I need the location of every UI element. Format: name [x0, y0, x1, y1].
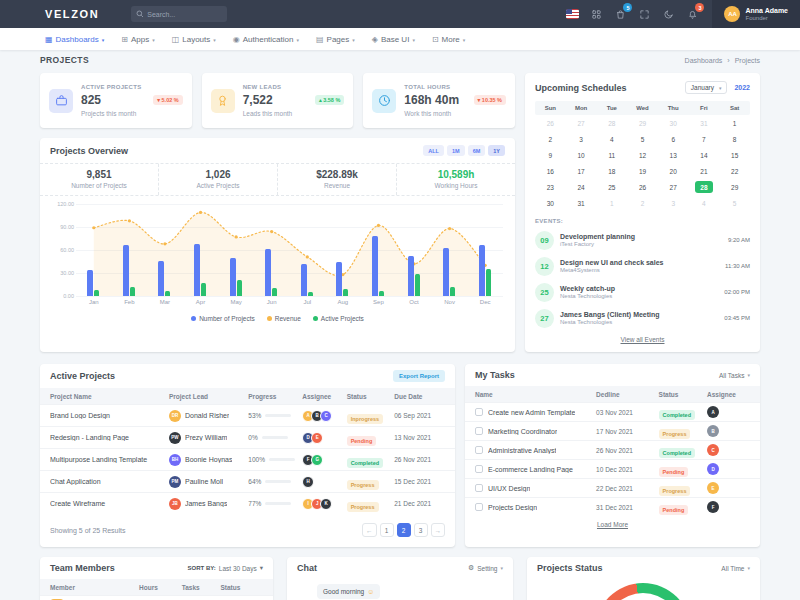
calendar-day-13[interactable]: 13	[658, 147, 689, 163]
bar-number-of-projects[interactable]	[87, 270, 93, 296]
calendar-day-6[interactable]: 6	[658, 131, 689, 147]
view-all-events-link[interactable]: View all Events	[535, 336, 750, 343]
bar-number-of-projects[interactable]	[194, 244, 200, 296]
calendar-day-12[interactable]: 12	[627, 147, 658, 163]
bar-number-of-projects[interactable]	[408, 256, 414, 296]
page-arrow-button[interactable]: →	[431, 523, 446, 537]
calendar-day-18[interactable]: 18	[596, 163, 627, 179]
task-row[interactable]: Marketing Coordinator17 Nov 2021Progress…	[465, 421, 760, 440]
bar-active-projects[interactable]	[379, 291, 384, 296]
bar-number-of-projects[interactable]	[301, 264, 307, 296]
calendar-day-4[interactable]: 4	[596, 131, 627, 147]
calendar-day-16[interactable]: 16	[535, 163, 566, 179]
calendar-day-3[interactable]: 3	[658, 195, 689, 211]
table-row[interactable]: Redesign - Landing PagePWPrezy William0%…	[40, 426, 455, 448]
task-row[interactable]: Administrative Analyst26 Nov 2021Complet…	[465, 440, 760, 459]
calendar-day-31[interactable]: 31	[689, 115, 720, 131]
bar-number-of-projects[interactable]	[158, 261, 164, 296]
event-item[interactable]: 12Design new UI and check salesMeta4Syst…	[535, 253, 750, 279]
nav-item-authentication[interactable]: ◉Authentication▾	[233, 35, 299, 44]
bar-number-of-projects[interactable]	[479, 245, 485, 296]
task-row[interactable]: UI/UX Design22 Dec 2021ProgressE	[465, 478, 760, 497]
event-item[interactable]: 25Weekly catch-upNesta Technologies02:00…	[535, 279, 750, 305]
team-member-row[interactable]: DR Donald Risher	[40, 595, 273, 600]
table-row[interactable]: Create WireframeJBJames Bangs77%IJKProgr…	[40, 492, 455, 514]
nav-item-pages[interactable]: ▤Pages▾	[316, 35, 355, 44]
load-more-link[interactable]: Load More	[465, 521, 760, 528]
sort-by-dropdown[interactable]: SORT BY: Last 30 Days ▾	[188, 564, 263, 572]
export-report-button[interactable]: Export Report	[393, 370, 445, 382]
apps-grid-icon[interactable]	[589, 7, 603, 21]
chat-setting-dropdown[interactable]: ⚙ Setting ▾	[468, 564, 503, 572]
bar-active-projects[interactable]	[415, 274, 420, 296]
calendar-day-31[interactable]: 31	[566, 195, 597, 211]
nav-item-layouts[interactable]: ◫Layouts▾	[172, 35, 216, 44]
calendar-day-27[interactable]: 27	[566, 115, 597, 131]
calendar-day-27[interactable]: 27	[658, 179, 689, 195]
calendar-day-4[interactable]: 4	[689, 195, 720, 211]
calendar-day-15[interactable]: 15	[719, 147, 750, 163]
table-row[interactable]: Chat ApplicationPMPauline Moll64%HProgre…	[40, 470, 455, 492]
month-select[interactable]: January ▾	[685, 81, 728, 94]
fullscreen-icon[interactable]	[637, 7, 651, 21]
bar-active-projects[interactable]	[201, 283, 206, 296]
page-button-1[interactable]: 1	[380, 523, 394, 537]
bar-number-of-projects[interactable]	[372, 236, 378, 296]
calendar-day-20[interactable]: 20	[658, 163, 689, 179]
calendar-day-2[interactable]: 2	[627, 195, 658, 211]
calendar-day-29[interactable]: 29	[719, 179, 750, 195]
calendar-day-17[interactable]: 17	[566, 163, 597, 179]
calendar-day-21[interactable]: 21	[689, 163, 720, 179]
bar-number-of-projects[interactable]	[336, 262, 342, 296]
bar-number-of-projects[interactable]	[265, 249, 271, 296]
dark-mode-moon-icon[interactable]	[661, 7, 675, 21]
page-button-2[interactable]: 2	[397, 523, 411, 537]
calendar-day-5[interactable]: 5	[627, 131, 658, 147]
calendar-day-28[interactable]: 28	[596, 115, 627, 131]
bar-active-projects[interactable]	[237, 280, 242, 296]
nav-item-apps[interactable]: ⊞Apps▾	[121, 35, 154, 44]
task-row[interactable]: E-commerce Landing Page10 Dec 2021Pendin…	[465, 459, 760, 478]
task-checkbox[interactable]	[475, 446, 483, 454]
calendar-day-26[interactable]: 26	[535, 115, 566, 131]
task-checkbox[interactable]	[475, 408, 483, 416]
task-checkbox[interactable]	[475, 484, 483, 492]
bar-active-projects[interactable]	[343, 289, 348, 296]
calendar-day-19[interactable]: 19	[627, 163, 658, 179]
task-row[interactable]: Projects Design31 Dec 2021PendingF	[465, 497, 760, 516]
bar-active-projects[interactable]	[308, 292, 313, 296]
calendar-day-29[interactable]: 29	[627, 115, 658, 131]
calendar-day-14[interactable]: 14	[689, 147, 720, 163]
calendar-day-26[interactable]: 26	[627, 179, 658, 195]
calendar-day-11[interactable]: 11	[596, 147, 627, 163]
bar-active-projects[interactable]	[130, 287, 135, 296]
task-row[interactable]: Create new Admin Template03 Nov 2021Comp…	[465, 402, 760, 421]
year-label[interactable]: 2022	[734, 84, 750, 91]
calendar-day-10[interactable]: 10	[566, 147, 597, 163]
nav-item-base-ui[interactable]: ◈Base UI▾	[372, 35, 415, 44]
bar-number-of-projects[interactable]	[230, 258, 236, 296]
bar-active-projects[interactable]	[272, 288, 277, 296]
calendar-day-3[interactable]: 3	[566, 131, 597, 147]
app-logo[interactable]: VELZON	[45, 8, 99, 20]
all-time-dropdown[interactable]: All Time ▾	[721, 565, 750, 572]
task-checkbox[interactable]	[475, 427, 483, 435]
table-row[interactable]: Brand Logo DesignDRDonald Risher53%ABCIn…	[40, 404, 455, 426]
event-item[interactable]: 09Development planningiTest Factory9:20 …	[535, 227, 750, 253]
calendar-day-30[interactable]: 30	[658, 115, 689, 131]
bar-number-of-projects[interactable]	[123, 245, 129, 296]
range-1y-button[interactable]: 1Y	[488, 145, 505, 156]
bar-active-projects[interactable]	[94, 290, 99, 296]
page-button-3[interactable]: 3	[414, 523, 428, 537]
bar-active-projects[interactable]	[486, 269, 491, 296]
calendar-day-1[interactable]: 1	[719, 115, 750, 131]
language-flag-icon[interactable]	[566, 9, 579, 19]
calendar-day-22[interactable]: 22	[719, 163, 750, 179]
search-input[interactable]	[147, 11, 222, 18]
calendar-day-9[interactable]: 9	[535, 147, 566, 163]
notifications-bell-icon[interactable]: 3	[685, 7, 699, 21]
breadcrumb-dashboards[interactable]: Dashboards	[685, 57, 723, 64]
calendar-day-1[interactable]: 1	[596, 195, 627, 211]
nav-item-more[interactable]: ⊡More▾	[432, 35, 465, 44]
table-row[interactable]: Multipurpose Landing TemplateBHBoonie Ho…	[40, 448, 455, 470]
